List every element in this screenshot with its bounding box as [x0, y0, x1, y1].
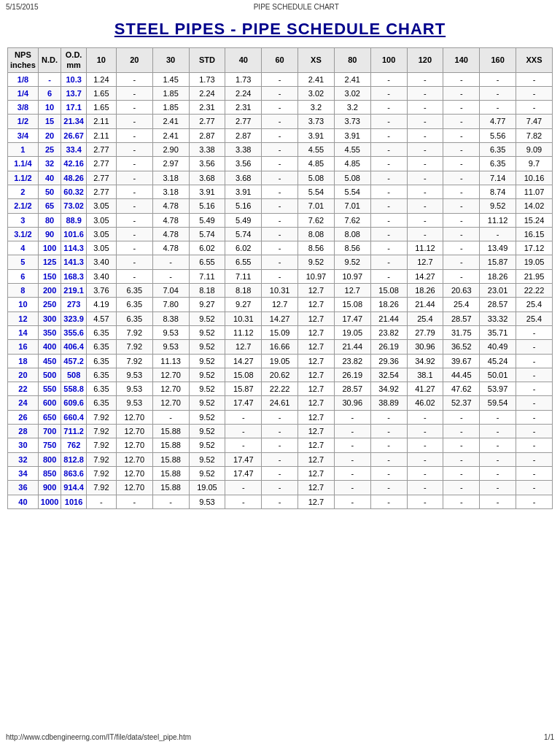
table-cell: 7.01 [298, 199, 335, 213]
table-cell: - [407, 86, 443, 100]
table-cell: 4.19 [86, 298, 116, 311]
table-cell: 7.92 [86, 466, 116, 480]
table-cell: 34 [8, 466, 39, 480]
table-cell: 7.11 [189, 269, 225, 283]
table-cell: 10 [38, 101, 61, 115]
table-cell: - [116, 72, 152, 86]
table-cell: - [334, 481, 370, 495]
table-cell: 7.92 [86, 438, 116, 452]
table-cell: 33.32 [480, 311, 516, 325]
table-cell: 39.67 [443, 354, 480, 368]
table-row: 18450457.26.357.9211.139.5214.2719.0512.… [8, 354, 553, 368]
table-cell: 9.7 [516, 157, 553, 171]
table-cell: 3 [8, 213, 39, 227]
table-cell: 18.26 [370, 298, 407, 311]
table-cell: 1.24 [86, 72, 116, 86]
table-cell: 32 [38, 157, 61, 171]
table-cell: 20.62 [262, 368, 298, 382]
table-cell: - [262, 185, 298, 198]
table-cell: 7.92 [86, 481, 116, 495]
table-cell: 3.56 [189, 157, 225, 171]
table-cell: 650 [38, 410, 61, 424]
table-cell: 1.45 [152, 72, 189, 86]
table-cell: 10.16 [516, 171, 553, 185]
table-cell: 114.3 [61, 241, 87, 255]
table-cell: 4.85 [298, 157, 335, 171]
table-cell: - [116, 115, 152, 128]
table-cell: - [116, 255, 152, 269]
table-cell: 6.35 [86, 354, 116, 368]
table-cell: 15 [38, 115, 61, 128]
table-cell: - [516, 481, 553, 495]
table-cell: - [443, 128, 480, 142]
table-cell: 3.56 [225, 157, 262, 171]
table-cell: - [480, 466, 516, 480]
page-date: 5/15/2015 [6, 3, 39, 11]
table-cell: 100 [38, 241, 61, 255]
table-cell: 35.71 [480, 325, 516, 339]
table-cell: 9.52 [298, 255, 335, 269]
table-cell: 12.7 [298, 438, 335, 452]
table-cell: 4 [8, 241, 39, 255]
table-cell: 3.76 [86, 284, 116, 298]
table-cell: 12.70 [116, 452, 152, 466]
table-cell: 2.87 [225, 128, 262, 142]
table-cell: - [116, 241, 152, 255]
table-cell: - [370, 452, 407, 466]
table-cell: - [516, 495, 553, 508]
table-row: 4100114.33.05-4.786.026.02-8.568.56-11.1… [8, 241, 553, 255]
table-cell: 3.05 [86, 213, 116, 227]
table-row: 22550558.86.359.5312.709.5215.8722.2212.… [8, 382, 553, 396]
table-cell: - [116, 86, 152, 100]
table-cell: 28.57 [443, 311, 480, 325]
table-cell: - [262, 128, 298, 142]
table-cell: 2 [8, 185, 39, 198]
table-cell: - [370, 143, 407, 157]
table-cell: - [262, 241, 298, 255]
table-cell: 8.74 [480, 185, 516, 198]
table-row: 24600609.66.359.5312.709.5217.4724.6112.… [8, 396, 553, 410]
table-cell: 150 [38, 269, 61, 283]
table-cell: 12.7 [298, 410, 335, 424]
table-cell: 8.56 [298, 241, 335, 255]
table-cell: 1/2 [8, 115, 39, 128]
table-cell: 1.1/4 [8, 157, 39, 171]
table-cell: - [225, 481, 262, 495]
table-cell: 5.08 [298, 171, 335, 185]
table-cell: - [480, 425, 516, 438]
table-cell: 4.78 [152, 227, 189, 241]
table-cell: 9.52 [189, 354, 225, 368]
table-cell: 65 [38, 199, 61, 213]
table-row: 3.1/290101.63.05-4.785.745.74-8.088.08--… [8, 227, 553, 241]
table-cell: 1000 [38, 495, 61, 508]
table-cell: 3.91 [298, 128, 335, 142]
table-cell: - [334, 425, 370, 438]
table-cell: - [407, 495, 443, 508]
table-cell: - [370, 227, 407, 241]
table-cell: 8.08 [334, 227, 370, 241]
table-cell: 15.88 [152, 438, 189, 452]
table-cell: - [370, 495, 407, 508]
table-cell: - [443, 410, 480, 424]
col-nd: N.D. [38, 48, 61, 73]
table-cell: 9.52 [189, 466, 225, 480]
table-cell: 14.27 [225, 354, 262, 368]
table-cell: 26.67 [61, 128, 87, 142]
table-cell: - [370, 466, 407, 480]
table-cell: 15.08 [225, 368, 262, 382]
table-cell: 14.02 [516, 199, 553, 213]
table-cell: - [443, 157, 480, 171]
table-cell: 26.19 [334, 368, 370, 382]
table-cell: 141.3 [61, 255, 87, 269]
table-cell: - [334, 452, 370, 466]
table-cell: 36 [8, 481, 39, 495]
table-cell: - [407, 143, 443, 157]
table-cell: 7.62 [334, 213, 370, 227]
table-cell: 5.49 [225, 213, 262, 227]
table-cell: 12.70 [152, 368, 189, 382]
table-cell: - [262, 495, 298, 508]
table-cell: - [262, 199, 298, 213]
table-cell: 25.4 [443, 298, 480, 311]
table-cell: 16 [8, 340, 39, 354]
table-cell: 12.70 [116, 481, 152, 495]
